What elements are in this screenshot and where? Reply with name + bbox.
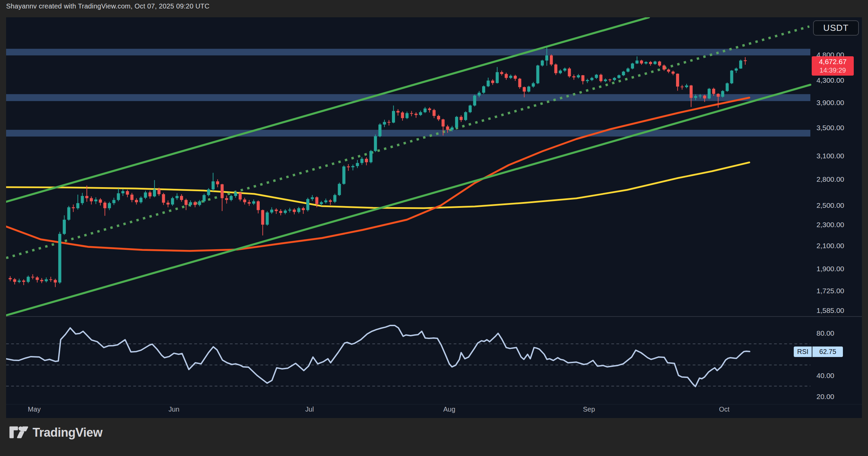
candle [617, 75, 620, 78]
candle [370, 151, 373, 162]
rsi-badge-label: RSI [794, 346, 812, 357]
candle [99, 199, 102, 202]
candle [491, 81, 494, 83]
price-tick-label: 2,100.00 [816, 242, 861, 250]
candle [455, 117, 458, 127]
rsi-line[interactable] [6, 325, 750, 386]
candle [9, 278, 12, 279]
sr-zone[interactable] [6, 130, 810, 137]
candle [22, 281, 25, 282]
ma-orange-line[interactable] [6, 98, 749, 251]
candle [645, 62, 648, 63]
candle [388, 122, 391, 123]
candle [554, 64, 557, 73]
candle [270, 210, 273, 212]
candle [18, 281, 21, 282]
price-tick-label: 1,900.00 [816, 265, 861, 273]
last-price-value: 4,672.67 [812, 57, 854, 66]
candle [27, 277, 30, 282]
candle [257, 201, 260, 210]
candle [550, 55, 553, 64]
candle [275, 210, 278, 211]
tradingview-brand[interactable]: TradingView [8, 425, 102, 440]
candle [419, 112, 422, 115]
candle [433, 110, 436, 116]
candle [423, 108, 427, 112]
candle [365, 159, 368, 162]
chart-canvas[interactable] [6, 17, 862, 418]
candle [680, 86, 684, 87]
candle [527, 86, 530, 92]
month-label: Sep [575, 405, 603, 413]
candle [225, 198, 228, 200]
candle [126, 191, 129, 195]
candle [572, 76, 575, 77]
candle [324, 200, 328, 202]
candle [216, 181, 219, 184]
candle [595, 75, 598, 78]
candle [306, 199, 309, 210]
dotted-support-trendline[interactable] [6, 26, 809, 258]
month-label: Jun [160, 405, 188, 413]
candle [356, 163, 359, 166]
ascending-channel-lower-trendline[interactable] [6, 85, 810, 315]
candle [288, 210, 291, 211]
candle [717, 94, 720, 97]
candle [72, 207, 75, 208]
month-label: May [21, 405, 48, 413]
candle [351, 166, 354, 167]
candle [559, 71, 562, 73]
candle [428, 108, 431, 110]
candle [441, 119, 445, 126]
price-tick-label: 2,300.00 [816, 221, 861, 229]
sr-zone[interactable] [6, 49, 810, 56]
candle [396, 111, 399, 113]
tradingview-logo-icon [8, 425, 28, 440]
candle [627, 68, 630, 72]
candle [135, 200, 138, 202]
candle [464, 112, 467, 120]
candle [599, 75, 603, 81]
rsi-tick-label: 80.00 [816, 330, 861, 337]
candle [162, 194, 165, 203]
month-label: Jul [296, 405, 323, 413]
candle [311, 197, 314, 199]
candle [487, 81, 490, 86]
candle [189, 202, 192, 205]
candle [117, 193, 120, 200]
tradingview-wordmark: TradingView [33, 425, 102, 440]
candle [329, 200, 332, 202]
candle [81, 196, 84, 203]
chart-widget[interactable]: 4,800.004,300.003,900.003,500.003,100.00… [6, 17, 862, 418]
candle [631, 63, 634, 68]
candle [473, 96, 476, 105]
candle [54, 280, 57, 283]
candle [49, 279, 52, 280]
candle [45, 279, 48, 281]
candle [739, 61, 742, 69]
candle [469, 105, 472, 112]
tradingview-snapshot: Shayannv created with TradingView.com, O… [0, 0, 868, 456]
rsi-value-badge: RSI 62.75 [794, 346, 843, 357]
rsi-tick-label: 20.00 [816, 393, 861, 400]
candle [672, 72, 675, 74]
candle [378, 124, 381, 136]
ascending-channel-upper-trendline[interactable] [6, 17, 649, 202]
candle [90, 198, 93, 201]
candle [149, 193, 152, 197]
candle [94, 199, 97, 201]
candle [279, 211, 282, 213]
candle [157, 190, 160, 194]
candle [622, 72, 625, 75]
candle [252, 201, 255, 204]
candle [63, 220, 66, 234]
candle [721, 91, 724, 97]
candle [509, 76, 512, 78]
candle [176, 196, 179, 198]
candle [360, 159, 363, 163]
candle [415, 114, 418, 115]
candle [338, 184, 341, 195]
candle [284, 211, 287, 213]
candle [541, 61, 544, 66]
candle [460, 117, 463, 120]
